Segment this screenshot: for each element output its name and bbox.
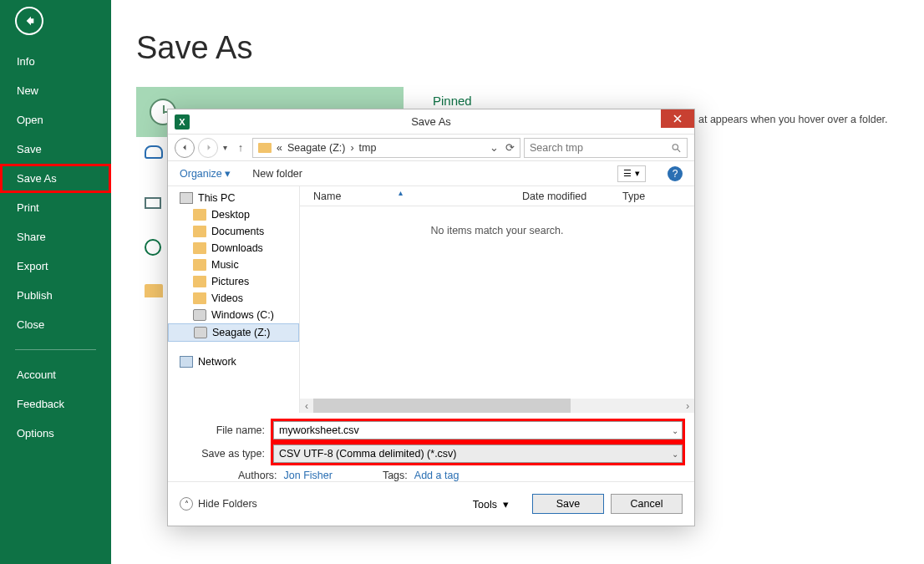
- sidebar-item-info[interactable]: Info: [0, 47, 111, 76]
- this-pc-icon[interactable]: [145, 197, 161, 209]
- arrow-left-icon: [180, 143, 190, 152]
- search-icon: [671, 142, 682, 154]
- add-a-place-icon[interactable]: [145, 239, 161, 256]
- nav-history-dropdown[interactable]: ▾: [221, 143, 229, 152]
- sidebar-item-print[interactable]: Print: [0, 193, 111, 222]
- column-type[interactable]: Type: [616, 191, 652, 202]
- tools-menu[interactable]: Tools ▾: [473, 498, 509, 511]
- nav-back-button[interactable]: [175, 138, 195, 158]
- authors-label: Authors:: [238, 470, 277, 481]
- cancel-button[interactable]: Cancel: [611, 494, 683, 514]
- scroll-thumb[interactable]: [313, 399, 571, 413]
- refresh-button[interactable]: ⟳: [505, 141, 515, 154]
- svg-line-1: [678, 149, 680, 151]
- onedrive-icon[interactable]: [145, 145, 163, 159]
- save-as-dialog: X Save As ▾ ↑ « Seagate (Z:) › tmp ⌄ ⟳ O…: [167, 109, 695, 526]
- search-box[interactable]: [524, 138, 688, 158]
- arrow-right-icon: [204, 143, 213, 152]
- address-bar[interactable]: « Seagate (Z:) › tmp ⌄ ⟳: [252, 138, 520, 158]
- sidebar-item-open[interactable]: Open: [0, 105, 111, 135]
- scroll-left-button[interactable]: ‹: [300, 400, 313, 412]
- page-title: Save As: [136, 30, 924, 66]
- sidebar-separator: [15, 349, 96, 350]
- excel-app-icon: X: [175, 114, 190, 130]
- drive-icon: [193, 309, 206, 321]
- back-button[interactable]: [15, 7, 43, 35]
- breadcrumb-tmp[interactable]: tmp: [359, 142, 377, 154]
- nav-forward-button[interactable]: [198, 138, 218, 158]
- dialog-body: This PC Desktop Documents Downloads Musi…: [168, 186, 694, 413]
- tree-seagate-z[interactable]: Seagate (Z:): [168, 323, 299, 342]
- folder-tree: This PC Desktop Documents Downloads Musi…: [168, 186, 300, 413]
- file-list-area: Name▴ Date modified Type No items match …: [300, 186, 694, 413]
- column-modified[interactable]: Date modified: [515, 191, 616, 202]
- savetype-dropdown-icon[interactable]: ⌄: [672, 450, 678, 459]
- breadcrumb-seagate[interactable]: Seagate (Z:): [287, 142, 345, 154]
- tree-this-pc[interactable]: This PC: [168, 190, 299, 206]
- filename-input[interactable]: myworksheet.csv ⌄: [273, 421, 683, 440]
- authors-value[interactable]: Jon Fisher: [284, 470, 333, 481]
- arrow-left-icon: [23, 14, 36, 28]
- tags-value[interactable]: Add a tag: [414, 470, 459, 481]
- dialog-title: Save As: [168, 115, 694, 128]
- dialog-titlebar: X Save As: [168, 109, 694, 135]
- search-input[interactable]: [530, 142, 668, 154]
- browse-folder-icon[interactable]: [145, 284, 163, 297]
- dialog-navbar: ▾ ↑ « Seagate (Z:) › tmp ⌄ ⟳: [168, 135, 694, 161]
- pc-icon: [180, 192, 193, 204]
- tags-label: Tags:: [383, 470, 408, 481]
- sidebar-item-save[interactable]: Save: [0, 135, 111, 164]
- metadata-row: Authors:Jon Fisher Tags:Add a tag: [180, 470, 683, 481]
- column-name[interactable]: Name▴: [307, 191, 515, 202]
- savetype-label: Save as type:: [180, 448, 273, 460]
- sidebar-item-save-as[interactable]: Save As: [0, 164, 111, 193]
- tree-documents[interactable]: Documents: [168, 223, 299, 240]
- tree-downloads[interactable]: Downloads: [168, 240, 299, 257]
- breadcrumb-sep: ›: [350, 142, 353, 154]
- sidebar-item-share[interactable]: Share: [0, 222, 111, 252]
- tree-desktop[interactable]: Desktop: [168, 206, 299, 223]
- sidebar-item-close[interactable]: Close: [0, 310, 111, 339]
- filename-value: myworksheet.csv: [279, 424, 359, 436]
- sidebar-item-export[interactable]: Export: [0, 252, 111, 281]
- dialog-bottom-bar: ˄ Hide Folders Tools ▾ Save Cancel: [168, 481, 694, 526]
- folder-icon: [193, 242, 206, 254]
- organize-menu[interactable]: Organize ▾: [180, 167, 231, 180]
- scroll-track[interactable]: [313, 399, 681, 413]
- tree-pictures[interactable]: Pictures: [168, 273, 299, 290]
- pinned-heading: Pinned: [433, 94, 472, 108]
- svg-point-0: [673, 144, 678, 149]
- filename-label: File name:: [180, 424, 273, 436]
- scroll-right-button[interactable]: ›: [681, 400, 694, 412]
- sidebar-item-options[interactable]: Options: [0, 419, 111, 448]
- backstage-sidebar: Info New Open Save Save As Print Share E…: [0, 0, 111, 564]
- dialog-toolbar: Organize ▾ New folder ☰ ▾ ?: [168, 161, 694, 186]
- close-icon: [673, 114, 682, 123]
- nav-up-button[interactable]: ↑: [232, 141, 249, 154]
- sidebar-item-account[interactable]: Account: [0, 360, 111, 389]
- new-folder-button[interactable]: New folder: [252, 168, 302, 180]
- horizontal-scrollbar[interactable]: ‹ ›: [300, 399, 694, 413]
- view-options-button[interactable]: ☰ ▾: [617, 165, 646, 182]
- sidebar-item-feedback[interactable]: Feedback: [0, 389, 111, 419]
- hide-folders-toggle[interactable]: ˄ Hide Folders: [180, 497, 257, 511]
- savetype-value: CSV UTF-8 (Comma delimited) (*.csv): [279, 448, 457, 460]
- breadcrumb-prefix: «: [277, 142, 282, 154]
- sidebar-item-new[interactable]: New: [0, 76, 111, 105]
- help-button[interactable]: ?: [668, 166, 683, 181]
- tree-music[interactable]: Music: [168, 257, 299, 273]
- chevron-up-icon: ˄: [180, 497, 193, 511]
- tree-windows-c[interactable]: Windows (C:): [168, 307, 299, 323]
- filename-dropdown-icon[interactable]: ⌄: [672, 426, 678, 435]
- address-dropdown[interactable]: ⌄: [490, 141, 499, 154]
- sidebar-item-publish[interactable]: Publish: [0, 281, 111, 310]
- drive-icon: [194, 327, 207, 338]
- tree-videos[interactable]: Videos: [168, 290, 299, 307]
- save-button[interactable]: Save: [532, 494, 604, 514]
- dialog-close-button[interactable]: [661, 109, 694, 128]
- tree-network[interactable]: Network: [168, 353, 299, 370]
- pin-hover-hint: at appears when you hover over a folder.: [698, 114, 888, 125]
- folder-icon: [193, 259, 206, 271]
- savetype-dropdown[interactable]: CSV UTF-8 (Comma delimited) (*.csv) ⌄: [273, 445, 683, 463]
- network-icon: [180, 356, 193, 368]
